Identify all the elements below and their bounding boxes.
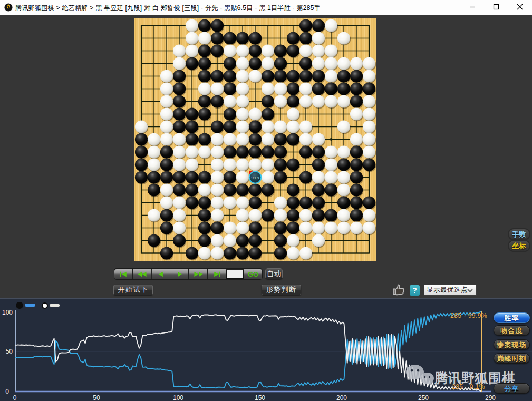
svg-text:99.9: 99.9: [251, 175, 259, 180]
